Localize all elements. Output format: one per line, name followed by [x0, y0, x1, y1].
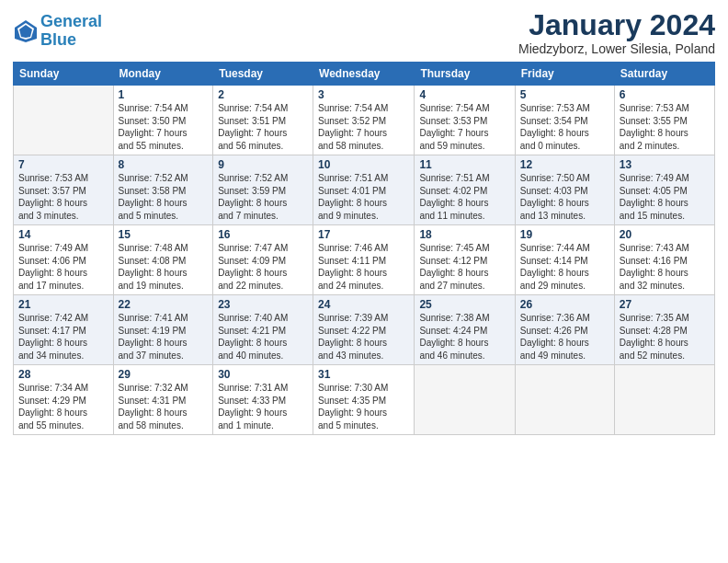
- calendar-cell: 23Sunrise: 7:40 AM Sunset: 4:21 PM Dayli…: [213, 295, 313, 365]
- day-info: Sunrise: 7:49 AM Sunset: 4:05 PM Dayligh…: [620, 172, 710, 222]
- calendar-cell: 7Sunrise: 7:53 AM Sunset: 3:57 PM Daylig…: [14, 155, 114, 225]
- day-info: Sunrise: 7:30 AM Sunset: 4:35 PM Dayligh…: [318, 382, 409, 431]
- day-number: 3: [318, 88, 409, 101]
- day-info: Sunrise: 7:49 AM Sunset: 4:06 PM Dayligh…: [18, 242, 108, 292]
- calendar-cell: 28Sunrise: 7:34 AM Sunset: 4:29 PM Dayli…: [14, 365, 114, 435]
- calendar-cell: 18Sunrise: 7:45 AM Sunset: 4:12 PM Dayli…: [415, 225, 515, 295]
- day-number: 2: [218, 88, 308, 101]
- day-info: Sunrise: 7:41 AM Sunset: 4:19 PM Dayligh…: [119, 312, 209, 362]
- calendar-week-2: 7Sunrise: 7:53 AM Sunset: 3:57 PM Daylig…: [14, 155, 715, 225]
- calendar-cell: 24Sunrise: 7:39 AM Sunset: 4:22 PM Dayli…: [313, 295, 415, 365]
- calendar-cell: 10Sunrise: 7:51 AM Sunset: 4:01 PM Dayli…: [313, 155, 415, 225]
- logo-line2: Blue: [40, 30, 76, 49]
- day-number: 19: [520, 228, 609, 241]
- page: General Blue January 2024 Miedzyborz, Lo…: [0, 0, 728, 563]
- day-info: Sunrise: 7:48 AM Sunset: 4:08 PM Dayligh…: [119, 242, 209, 292]
- calendar-cell: 19Sunrise: 7:44 AM Sunset: 4:14 PM Dayli…: [515, 225, 614, 295]
- day-info: Sunrise: 7:43 AM Sunset: 4:16 PM Dayligh…: [620, 242, 710, 292]
- day-info: Sunrise: 7:51 AM Sunset: 4:02 PM Dayligh…: [419, 172, 509, 222]
- day-number: 30: [218, 368, 308, 381]
- day-info: Sunrise: 7:53 AM Sunset: 3:54 PM Dayligh…: [520, 102, 609, 152]
- day-info: Sunrise: 7:42 AM Sunset: 4:17 PM Dayligh…: [18, 312, 108, 362]
- day-number: 7: [18, 158, 108, 171]
- day-number: 11: [419, 158, 509, 171]
- logo-line1: General: [40, 12, 102, 30]
- calendar-cell: 27Sunrise: 7:35 AM Sunset: 4:28 PM Dayli…: [614, 295, 714, 365]
- day-header-friday: Friday: [515, 63, 614, 86]
- day-info: Sunrise: 7:35 AM Sunset: 4:28 PM Dayligh…: [620, 312, 710, 362]
- day-info: Sunrise: 7:46 AM Sunset: 4:11 PM Dayligh…: [318, 242, 409, 292]
- calendar-week-3: 14Sunrise: 7:49 AM Sunset: 4:06 PM Dayli…: [14, 225, 715, 295]
- day-header-tuesday: Tuesday: [213, 63, 313, 86]
- day-info: Sunrise: 7:31 AM Sunset: 4:33 PM Dayligh…: [218, 382, 308, 431]
- day-number: 14: [18, 228, 108, 241]
- day-info: Sunrise: 7:34 AM Sunset: 4:29 PM Dayligh…: [18, 382, 108, 431]
- calendar-header: SundayMondayTuesdayWednesdayThursdayFrid…: [14, 63, 715, 86]
- day-number: 28: [18, 368, 108, 381]
- day-info: Sunrise: 7:52 AM Sunset: 3:58 PM Dayligh…: [119, 172, 209, 222]
- day-info: Sunrise: 7:54 AM Sunset: 3:50 PM Dayligh…: [119, 102, 209, 152]
- day-number: 17: [318, 228, 409, 241]
- day-number: 1: [119, 88, 209, 101]
- calendar-cell: 8Sunrise: 7:52 AM Sunset: 3:58 PM Daylig…: [113, 155, 213, 225]
- day-info: Sunrise: 7:47 AM Sunset: 4:09 PM Dayligh…: [218, 242, 308, 292]
- calendar-cell: 13Sunrise: 7:49 AM Sunset: 4:05 PM Dayli…: [614, 155, 714, 225]
- day-info: Sunrise: 7:54 AM Sunset: 3:52 PM Dayligh…: [318, 102, 409, 152]
- calendar-week-5: 28Sunrise: 7:34 AM Sunset: 4:29 PM Dayli…: [14, 365, 715, 435]
- day-number: 10: [318, 158, 409, 171]
- day-info: Sunrise: 7:32 AM Sunset: 4:31 PM Dayligh…: [119, 382, 209, 431]
- header-row: SundayMondayTuesdayWednesdayThursdayFrid…: [14, 63, 715, 86]
- day-header-thursday: Thursday: [415, 63, 515, 86]
- calendar-cell: 15Sunrise: 7:48 AM Sunset: 4:08 PM Dayli…: [113, 225, 213, 295]
- day-info: Sunrise: 7:40 AM Sunset: 4:21 PM Dayligh…: [218, 312, 308, 362]
- day-number: 27: [620, 298, 710, 311]
- day-info: Sunrise: 7:50 AM Sunset: 4:03 PM Dayligh…: [520, 172, 609, 222]
- day-number: 25: [419, 298, 509, 311]
- day-number: 4: [419, 88, 509, 101]
- day-info: Sunrise: 7:39 AM Sunset: 4:22 PM Dayligh…: [318, 312, 409, 362]
- calendar-cell: [515, 365, 614, 435]
- subtitle: Miedzyborz, Lower Silesia, Poland: [518, 41, 715, 56]
- day-number: 20: [620, 228, 710, 241]
- calendar-cell: [14, 86, 114, 155]
- day-number: 16: [218, 228, 308, 241]
- day-number: 26: [520, 298, 609, 311]
- day-number: 13: [620, 158, 710, 171]
- calendar-table: SundayMondayTuesdayWednesdayThursdayFrid…: [13, 62, 715, 435]
- day-number: 18: [419, 228, 509, 241]
- day-header-saturday: Saturday: [614, 63, 714, 86]
- calendar-cell: 21Sunrise: 7:42 AM Sunset: 4:17 PM Dayli…: [14, 295, 114, 365]
- calendar-cell: 9Sunrise: 7:52 AM Sunset: 3:59 PM Daylig…: [213, 155, 313, 225]
- header: General Blue January 2024 Miedzyborz, Lo…: [13, 9, 715, 56]
- calendar-cell: 3Sunrise: 7:54 AM Sunset: 3:52 PM Daylig…: [313, 86, 415, 155]
- day-info: Sunrise: 7:54 AM Sunset: 3:51 PM Dayligh…: [218, 102, 308, 152]
- day-number: 15: [119, 228, 209, 241]
- calendar-cell: 6Sunrise: 7:53 AM Sunset: 3:55 PM Daylig…: [614, 86, 714, 155]
- day-header-sunday: Sunday: [14, 63, 114, 86]
- calendar-cell: 20Sunrise: 7:43 AM Sunset: 4:16 PM Dayli…: [614, 225, 714, 295]
- day-info: Sunrise: 7:38 AM Sunset: 4:24 PM Dayligh…: [419, 312, 509, 362]
- day-info: Sunrise: 7:51 AM Sunset: 4:01 PM Dayligh…: [318, 172, 409, 222]
- calendar-cell: 4Sunrise: 7:54 AM Sunset: 3:53 PM Daylig…: [415, 86, 515, 155]
- calendar-cell: 1Sunrise: 7:54 AM Sunset: 3:50 PM Daylig…: [113, 86, 213, 155]
- calendar-cell: [415, 365, 515, 435]
- logo-text: General Blue: [40, 13, 102, 50]
- day-header-monday: Monday: [113, 63, 213, 86]
- calendar-cell: 30Sunrise: 7:31 AM Sunset: 4:33 PM Dayli…: [213, 365, 313, 435]
- day-info: Sunrise: 7:44 AM Sunset: 4:14 PM Dayligh…: [520, 242, 609, 292]
- calendar-week-1: 1Sunrise: 7:54 AM Sunset: 3:50 PM Daylig…: [14, 86, 715, 155]
- logo: General Blue: [13, 13, 102, 50]
- calendar-cell: 31Sunrise: 7:30 AM Sunset: 4:35 PM Dayli…: [313, 365, 415, 435]
- calendar-body: 1Sunrise: 7:54 AM Sunset: 3:50 PM Daylig…: [14, 86, 715, 435]
- calendar-cell: 2Sunrise: 7:54 AM Sunset: 3:51 PM Daylig…: [213, 86, 313, 155]
- calendar-cell: 25Sunrise: 7:38 AM Sunset: 4:24 PM Dayli…: [415, 295, 515, 365]
- calendar-cell: 16Sunrise: 7:47 AM Sunset: 4:09 PM Dayli…: [213, 225, 313, 295]
- day-number: 8: [119, 158, 209, 171]
- day-info: Sunrise: 7:53 AM Sunset: 3:55 PM Dayligh…: [620, 102, 710, 152]
- day-number: 9: [218, 158, 308, 171]
- calendar-week-4: 21Sunrise: 7:42 AM Sunset: 4:17 PM Dayli…: [14, 295, 715, 365]
- day-info: Sunrise: 7:54 AM Sunset: 3:53 PM Dayligh…: [419, 102, 509, 152]
- calendar-cell: 29Sunrise: 7:32 AM Sunset: 4:31 PM Dayli…: [113, 365, 213, 435]
- logo-icon: [13, 18, 39, 44]
- day-info: Sunrise: 7:36 AM Sunset: 4:26 PM Dayligh…: [520, 312, 609, 362]
